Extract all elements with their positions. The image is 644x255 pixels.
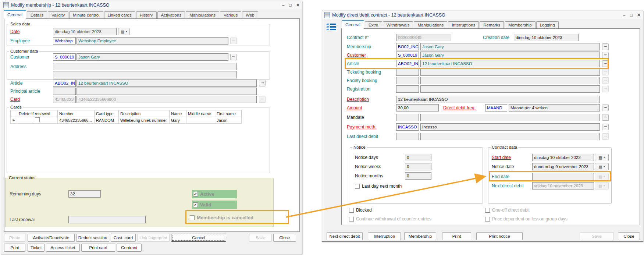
tab-remarks[interactable]: Remarks <box>480 21 504 28</box>
ticketing-name-field[interactable] <box>420 68 600 76</box>
creation-date-field[interactable]: dinsdag 10 oktober 2023 <box>514 34 579 41</box>
continue-withdrawal-checkbox[interactable] <box>349 217 354 222</box>
article-code-field[interactable]: ABO02_IN <box>396 60 419 67</box>
last-dd-name-field[interactable] <box>420 133 600 140</box>
card-lookup-button[interactable]: ... <box>259 96 266 103</box>
freq-lookup-button[interactable]: ... <box>602 105 609 111</box>
article-name-field[interactable]: 12 beurtenkaart INCASSO <box>420 60 600 67</box>
save-button[interactable]: Save <box>249 234 272 242</box>
payment-code-field[interactable]: INCASSO <box>396 123 419 131</box>
notice-days-field[interactable]: 0 <box>405 154 431 161</box>
mandate-name-field[interactable] <box>420 114 600 121</box>
minimize-icon[interactable]: – <box>623 13 626 17</box>
close-icon[interactable]: ✕ <box>637 13 641 17</box>
tab-various[interactable]: Various <box>220 11 241 18</box>
customer-code-field[interactable]: S_000019 <box>53 53 76 61</box>
customer-name-field[interactable]: Jason Gary <box>77 53 228 61</box>
close-button[interactable]: Close <box>273 234 296 242</box>
remaining-days-field[interactable]: 32 <box>68 190 101 198</box>
price-dependent-checkbox[interactable] <box>485 217 490 222</box>
tab-interruptions[interactable]: Interruptions <box>448 21 479 28</box>
blocked-checkbox[interactable] <box>349 208 354 213</box>
last-dd-lookup-button[interactable]: ... <box>602 133 609 140</box>
customer-lookup-button[interactable]: ... <box>230 54 237 60</box>
maximize-icon[interactable]: □ <box>630 13 633 17</box>
principal-article-code-field[interactable] <box>53 88 76 95</box>
print-button[interactable]: Print <box>4 244 25 252</box>
tab-general[interactable]: General <box>342 20 364 29</box>
link-fingerprint-button[interactable]: Link fingerprint <box>137 234 170 242</box>
membership-button[interactable]: Membership <box>404 232 436 240</box>
tab-manipulations[interactable]: Manipulations <box>186 11 219 18</box>
start-date-field[interactable]: dinsdag 10 oktober 2023 <box>532 154 594 161</box>
customer-lookup-button[interactable]: ... <box>602 52 609 59</box>
membership-cancelled-checkbox[interactable] <box>190 215 195 220</box>
row-selector-icon[interactable]: ▶ <box>11 117 17 124</box>
deduct-session-button[interactable]: Deduct session <box>76 234 109 242</box>
tab-web[interactable]: Web <box>242 11 258 18</box>
membership-titlebar[interactable]: Modify membership - 12 beurtenkaart INCA… <box>1 1 302 9</box>
delete-if-renewed-checkbox[interactable] <box>35 117 40 122</box>
close-icon[interactable]: ✕ <box>296 3 300 7</box>
tab-activations[interactable]: Activations <box>157 11 185 18</box>
tab-linked-cards[interactable]: Linked cards <box>104 11 135 18</box>
cancel-button[interactable]: Cancel <box>171 234 226 242</box>
registration-lookup-button[interactable]: ... <box>602 86 609 92</box>
registration-code-field[interactable] <box>396 85 419 93</box>
notice-months-field[interactable]: 0 <box>405 172 431 180</box>
notice-date-calendar-button[interactable]: ▦ ▾ <box>595 163 609 170</box>
print-button[interactable]: Print <box>442 232 471 240</box>
payment-name-field[interactable]: Incasso <box>420 123 600 131</box>
active-checkbox[interactable]: ✔ <box>193 192 198 196</box>
photo-button[interactable]: Photo <box>4 234 25 242</box>
mandate-code-field[interactable] <box>396 114 419 121</box>
customer-name-field[interactable]: Jason Gary <box>420 52 600 59</box>
close-button[interactable]: Close <box>618 232 640 240</box>
ticket-button[interactable]: Ticket <box>28 244 45 252</box>
employee-lookup-button[interactable]: ... <box>230 38 237 44</box>
facility-name-field[interactable] <box>420 77 600 84</box>
tab-membership[interactable]: Membership <box>505 21 535 28</box>
tab-validity[interactable]: Validity <box>48 11 68 18</box>
card-number-field[interactable]: 4346522335666900 <box>77 96 257 103</box>
tab-extra[interactable]: Extra <box>365 21 382 28</box>
address-field-2[interactable] <box>53 71 237 78</box>
employee-name-field[interactable]: Webshop Employee <box>77 37 228 45</box>
notice-weeks-field[interactable]: 0 <box>405 163 431 170</box>
payment-lookup-button[interactable]: ... <box>602 124 609 130</box>
customer-code-field[interactable]: S_000019 <box>396 52 419 59</box>
contract-button[interactable]: Contract <box>117 244 142 252</box>
amount-field[interactable]: 30,00 <box>396 104 439 111</box>
print-card-button[interactable]: Print card <box>81 244 115 252</box>
ticketing-lookup-button[interactable]: ... <box>602 69 609 75</box>
principal-article-name-field[interactable] <box>77 88 257 95</box>
end-date-calendar-button[interactable]: ▦ ▾ <box>595 173 609 180</box>
access-ticket-button[interactable]: Access ticket <box>46 244 80 252</box>
mandate-lookup-button[interactable]: ... <box>602 114 609 121</box>
description-field[interactable]: 12 beurtenkaart INCASSO <box>396 96 600 103</box>
freq-code-field[interactable]: MAAND <box>485 104 507 111</box>
article-lookup-button[interactable]: ... <box>259 80 266 86</box>
tab-general[interactable]: General <box>4 10 26 19</box>
next-direct-debit-button[interactable]: Next direct debit <box>327 232 363 240</box>
print-notice-button[interactable]: Print notice <box>476 232 523 240</box>
ticketing-code-field[interactable] <box>396 68 419 76</box>
employee-code-field[interactable]: Webshop <box>53 37 76 45</box>
direct-debit-titlebar[interactable]: Modify direct debit contract - 12 beurte… <box>322 11 643 19</box>
last-day-next-month-checkbox[interactable] <box>355 184 360 189</box>
end-date-field[interactable] <box>532 173 594 180</box>
article-code-field[interactable]: ABO02_IN <box>53 79 76 87</box>
address-field-1[interactable] <box>53 63 237 70</box>
last-renewal-field[interactable] <box>68 216 146 223</box>
tab-details[interactable]: Details <box>27 11 47 18</box>
card-row[interactable]: ▶ 4346522335666... RANDOM Willekeurig un… <box>11 117 242 124</box>
next-direct-debit-field[interactable]: vrijdag 10 november 2023 <box>532 182 594 190</box>
tab-minute-control[interactable]: Minute control <box>69 11 103 18</box>
save-button[interactable]: Save <box>580 232 614 240</box>
next-dd-calendar-button[interactable]: ▦ ▾ <box>595 182 609 190</box>
maximize-icon[interactable]: □ <box>289 3 292 7</box>
membership-lookup-button[interactable]: ... <box>602 43 609 50</box>
notice-date-field[interactable]: donderdag 9 november 2023 <box>532 163 594 170</box>
membership-name-field[interactable]: Jason Gary <box>420 43 600 50</box>
facility-code-field[interactable] <box>396 77 419 84</box>
